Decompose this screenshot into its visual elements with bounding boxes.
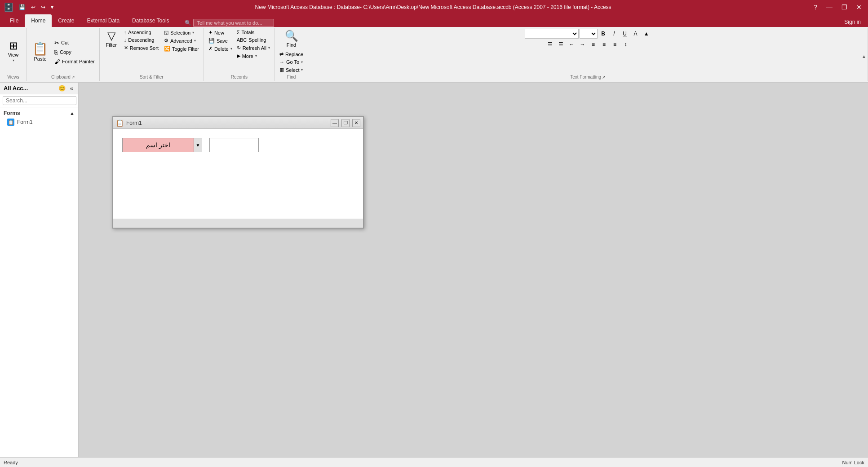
sidebar-search-bar: 🔍 (0, 94, 78, 107)
refresh-all-button[interactable]: ↻ Refresh All ▾ (235, 44, 272, 52)
spelling-button[interactable]: ABC Spelling (235, 36, 272, 44)
maximize-btn[interactable]: ❐ (839, 3, 850, 12)
clipboard-group-label: Clipboard ↗ (49, 74, 77, 80)
tab-file[interactable]: File (4, 14, 25, 27)
font-color-button[interactable]: A (631, 29, 641, 39)
sidebar-forms-section: Forms ▲ 📋 Form1 (0, 107, 78, 129)
totals-button[interactable]: Σ Totals (235, 29, 272, 36)
goto-button[interactable]: → Go To ▾ (278, 58, 305, 66)
copy-button[interactable]: ⎘ Copy (53, 48, 97, 57)
goto-icon: → (279, 59, 284, 65)
sidebar-header: All Acc... 😊 « (0, 83, 78, 94)
descending-button[interactable]: ↓ Descending (122, 36, 160, 44)
select-button[interactable]: ▦ Select ▾ (278, 66, 305, 74)
highlight-button[interactable]: ▲ (642, 29, 651, 39)
minimize-btn[interactable]: — (824, 3, 835, 12)
tab-home[interactable]: Home (25, 14, 52, 27)
text-formatting-expand-btn[interactable]: ↗ (602, 75, 606, 79)
font-size-select[interactable] (580, 29, 598, 39)
refresh-icon: ↻ (237, 45, 241, 51)
new-record-button[interactable]: ✦ New (207, 29, 234, 36)
clipboard-expand-btn[interactable]: ↗ (71, 75, 75, 79)
format-painter-icon: 🖌 (54, 58, 60, 65)
view-icon: ⊞ (9, 40, 18, 51)
toggle-filter-icon: 🔀 (164, 46, 170, 52)
more-button[interactable]: ▶ More ▾ (235, 52, 272, 60)
find-group-label: Find (285, 74, 297, 80)
italic-button[interactable]: I (609, 29, 619, 39)
delete-icon: ✗ (208, 46, 213, 52)
advanced-button[interactable]: ⚙ Advanced ▾ (162, 37, 201, 44)
combobox-arrow[interactable]: ▼ (194, 138, 202, 152)
search-icon: 🔍 (185, 20, 191, 26)
replace-icon: ⇌ (279, 51, 283, 57)
status-num-lock: Num Lock (842, 460, 864, 465)
toggle-filter-button[interactable]: 🔀 Toggle Filter (162, 45, 201, 53)
indent-decrease-button[interactable]: ← (567, 40, 577, 49)
ascending-button[interactable]: ↑ Ascending (122, 29, 160, 36)
qat-customize-btn[interactable]: ▾ (49, 3, 55, 11)
sidebar-item-form1[interactable]: 📋 Form1 (4, 117, 75, 127)
line-spacing-button[interactable]: ↕ (621, 40, 631, 49)
help-btn[interactable]: ? (811, 3, 820, 12)
ribbon-group-text-formatting: B I U A ▲ ☰ ☰ ← → ≡ ≡ ≡ ↕ Text Formattin… (308, 28, 868, 81)
form1-minimize-btn[interactable]: — (331, 119, 339, 127)
align-left-button[interactable]: ≡ (589, 40, 598, 49)
form1-close-btn[interactable]: ✕ (352, 119, 360, 127)
form-textbox[interactable] (209, 138, 259, 152)
sidebar-collapse-icon[interactable]: « (69, 84, 75, 92)
tab-external-data[interactable]: External Data (80, 14, 126, 27)
title-bar: 🗄️ 💾 ↩ ↪ ▾ New Microsoft Access Database… (0, 0, 868, 14)
copy-icon: ⎘ (54, 49, 58, 56)
find-button[interactable]: 🔍 Find (282, 29, 301, 49)
close-btn[interactable]: ✕ (854, 3, 864, 12)
spelling-icon: ABC (237, 37, 247, 43)
content-area: 📋 Form1 — ❐ ✕ اختر اسم ▼ (79, 83, 868, 457)
sidebar-emoji-icon[interactable]: 😊 (57, 84, 67, 92)
qat-save-btn[interactable]: 💾 (17, 3, 27, 11)
ribbon-search-input[interactable] (193, 19, 274, 27)
selection-icon: ◱ (164, 30, 168, 35)
font-name-select[interactable] (525, 29, 579, 39)
underline-button[interactable]: U (620, 29, 630, 39)
save-record-button[interactable]: 💾 Save (207, 37, 234, 44)
ribbon-body: ⊞ View ▾ Views 📋 Paste ✂ Cut ⎘ Copy (0, 27, 868, 83)
form1-body: اختر اسم ▼ (113, 129, 363, 219)
delete-button[interactable]: ✗ Delete ▾ (207, 45, 234, 53)
form-combobox[interactable]: اختر اسم ▼ (122, 138, 202, 152)
bullet-list-button[interactable]: ☰ (545, 40, 555, 49)
paste-button[interactable]: 📋 Paste (30, 40, 51, 63)
align-center-button[interactable]: ≡ (599, 40, 609, 49)
totals-icon: Σ (237, 30, 240, 35)
qat-redo-btn[interactable]: ↪ (39, 3, 47, 11)
access-logo: 🗄️ (4, 2, 13, 12)
format-painter-button[interactable]: 🖌 Format Painter (53, 57, 97, 66)
form-controls-row: اختر اسم ▼ (122, 138, 354, 152)
view-button[interactable]: ⊞ View ▾ (4, 39, 22, 64)
ribbon-search: 🔍 (185, 19, 274, 27)
replace-button[interactable]: ⇌ Replace (278, 50, 305, 58)
view-dropdown-arrow[interactable]: ▾ (13, 58, 14, 62)
ribbon-group-find: 🔍 Find ⇌ Replace → Go To ▾ ▦ Select ▾ (275, 28, 308, 81)
sidebar-forms-header[interactable]: Forms ▲ (4, 109, 75, 117)
filter-button[interactable]: ▽ Filter (102, 29, 120, 49)
numbered-list-button[interactable]: ☰ (556, 40, 566, 49)
sidebar-search-input[interactable] (3, 96, 76, 105)
form1-restore-btn[interactable]: ❐ (341, 119, 350, 127)
text-formatting-group-label: Text Formatting ↗ (568, 74, 607, 80)
save-record-icon: 💾 (208, 38, 215, 44)
selection-button[interactable]: ◱ Selection ▾ (162, 29, 201, 36)
cut-icon: ✂ (54, 40, 59, 46)
ribbon-group-clipboard: 📋 Paste ✂ Cut ⎘ Copy 🖌 Format Painter C (27, 28, 100, 81)
tab-create[interactable]: Create (52, 14, 80, 27)
form1-titlebar: 📋 Form1 — ❐ ✕ (113, 117, 363, 129)
indent-increase-button[interactable]: → (578, 40, 588, 49)
ribbon-collapse-btn[interactable]: ▲ (862, 54, 866, 59)
qat-undo-btn[interactable]: ↩ (29, 3, 37, 11)
align-right-button[interactable]: ≡ (610, 40, 620, 49)
remove-sort-button[interactable]: ✕ Remove Sort (122, 44, 160, 52)
tab-database-tools[interactable]: Database Tools (126, 14, 176, 27)
bold-button[interactable]: B (598, 29, 608, 39)
sign-in-link[interactable]: Sign in (841, 17, 864, 27)
cut-button[interactable]: ✂ Cut (53, 39, 97, 47)
